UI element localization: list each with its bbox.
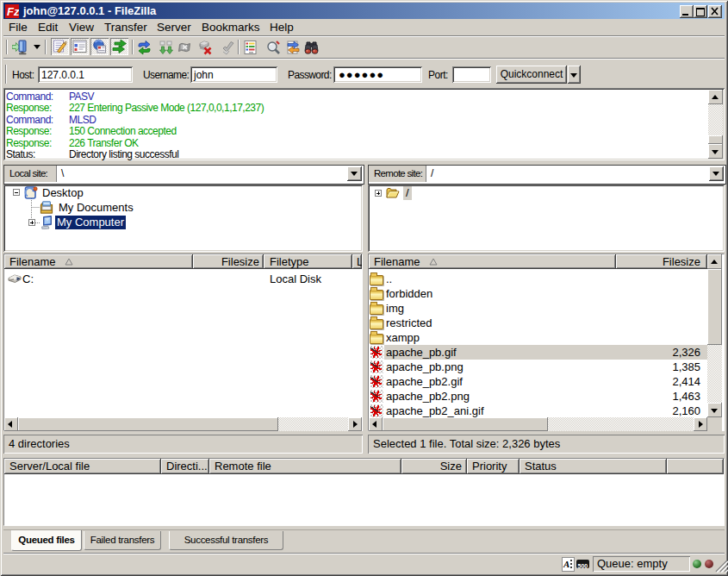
svg-text:A: A (563, 559, 569, 569)
svg-text:Fz: Fz (7, 5, 19, 18)
svg-text:500: 500 (578, 563, 588, 569)
